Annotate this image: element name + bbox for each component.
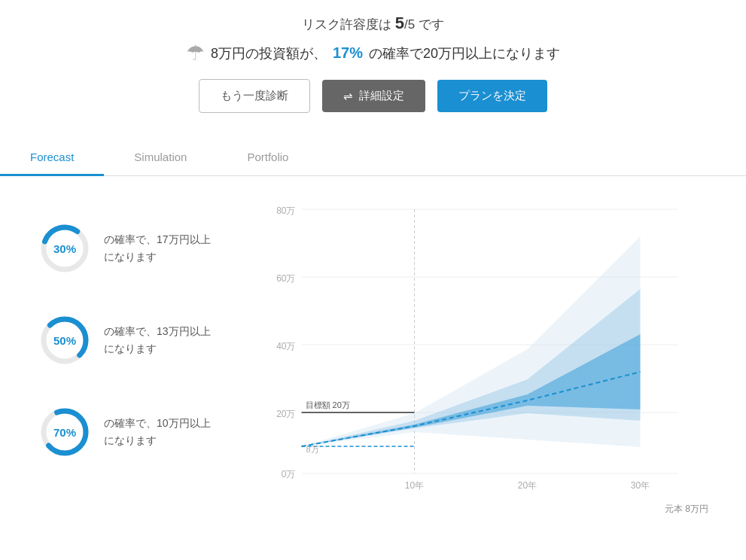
risk-value: 5 (395, 14, 404, 32)
stat-item-50: 50% の確率で、13万円以上 になります (38, 313, 226, 367)
risk-label: リスク許容度は (302, 17, 391, 32)
header-section: リスク許容度は 5/5 です ☂ 8万円の投資額が、 17% の確率で20万円以… (0, 0, 746, 140)
tab-portfolio[interactable]: Portfolio (217, 140, 318, 176)
stat-line1-50: の確率で、13万円以上 (104, 323, 211, 339)
button-row: もう一度診断 ⇌ 詳細設定 プランを決定 (15, 79, 731, 113)
svg-text:10年: 10年 (405, 480, 424, 491)
umbrella-icon: ☂ (186, 41, 205, 65)
subtitle-prefix: 8万円の投資額が、 (211, 44, 327, 62)
chart-container: 80万 60万 40万 20万 0万 目標 (233, 199, 731, 500)
stat-line1-30: の確率で、17万円以上 (104, 231, 211, 248)
stat-item-30: 30% の確率で、17万円以上 になります (38, 221, 226, 275)
risk-title: リスク許容度は 5/5 です (15, 14, 731, 33)
settings-button[interactable]: ⇌ 詳細設定 (322, 80, 425, 112)
donut-label-70: 70% (53, 425, 76, 438)
retry-button[interactable]: もう一度診断 (199, 79, 310, 113)
subtitle-highlight: 17% (333, 44, 363, 62)
donut-30: 30% (38, 221, 92, 275)
settings-label: 詳細設定 (359, 89, 404, 103)
donut-50: 50% (38, 313, 92, 367)
risk-suffix: です (419, 17, 444, 32)
stat-item-70: 70% の確率で、10万円以上 になります (38, 405, 226, 459)
chart-footnote: 元本 8万円 (233, 503, 731, 516)
subtitle-row: ☂ 8万円の投資額が、 17% の確率で20万円以上になります (15, 41, 731, 65)
svg-text:8万: 8万 (306, 445, 319, 454)
svg-text:20万: 20万 (276, 409, 295, 419)
chart-section: 80万 60万 40万 20万 0万 目標 (226, 199, 731, 516)
stat-line1-70: の確率で、10万円以上 (104, 415, 211, 431)
stat-line2-50: になります (104, 340, 211, 357)
tab-simulation[interactable]: Simulation (104, 140, 217, 176)
forecast-chart: 80万 60万 40万 20万 0万 目標 (233, 199, 731, 500)
tabs-row: Forecast Simulation Portfolio (0, 140, 746, 176)
donut-70: 70% (38, 405, 92, 459)
sliders-icon: ⇌ (343, 90, 353, 103)
svg-text:0万: 0万 (282, 469, 296, 479)
stat-text-70: の確率で、10万円以上 になります (104, 415, 211, 449)
stat-line2-30: になります (104, 248, 211, 265)
svg-text:20年: 20年 (518, 480, 537, 491)
svg-text:目標額 20万: 目標額 20万 (306, 400, 350, 409)
svg-text:40万: 40万 (276, 341, 295, 352)
stats-section: 30% の確率で、17万円以上 になります 50% の確率で、13万円以上 にな… (15, 199, 226, 516)
stat-line2-70: になります (104, 432, 211, 449)
donut-label-30: 30% (53, 242, 76, 254)
stat-text-50: の確率で、13万円以上 になります (104, 323, 211, 357)
svg-text:60万: 60万 (276, 273, 295, 284)
subtitle-suffix: の確率で20万円以上になります (369, 44, 560, 62)
tab-forecast[interactable]: Forecast (0, 140, 104, 176)
donut-label-50: 50% (53, 333, 76, 346)
risk-total: 5 (408, 17, 415, 32)
svg-text:30年: 30年 (631, 480, 650, 491)
svg-text:80万: 80万 (276, 205, 295, 216)
plan-button[interactable]: プランを決定 (437, 80, 547, 112)
stat-text-30: の確率で、17万円以上 になります (104, 231, 211, 265)
content-area: 30% の確率で、17万円以上 になります 50% の確率で、13万円以上 にな… (0, 176, 746, 523)
